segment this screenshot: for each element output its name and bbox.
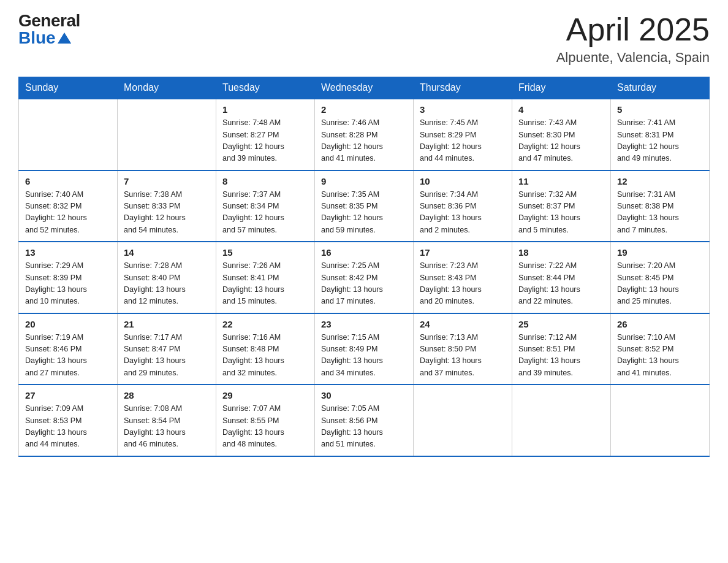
calendar-cell: 22Sunrise: 7:16 AM Sunset: 8:48 PM Dayli… (216, 313, 315, 385)
day-number: 22 (222, 319, 308, 329)
calendar-cell (118, 99, 216, 170)
day-number: 26 (617, 319, 703, 329)
day-number: 14 (124, 247, 210, 258)
logo: General Blue (18, 12, 80, 47)
day-info: Sunrise: 7:05 AM Sunset: 8:56 PM Dayligh… (321, 403, 407, 451)
calendar-cell: 1Sunrise: 7:48 AM Sunset: 8:27 PM Daylig… (216, 99, 315, 170)
calendar-cell: 5Sunrise: 7:41 AM Sunset: 8:31 PM Daylig… (611, 99, 710, 170)
day-info: Sunrise: 7:38 AM Sunset: 8:33 PM Dayligh… (124, 189, 210, 237)
day-info: Sunrise: 7:46 AM Sunset: 8:28 PM Dayligh… (321, 117, 407, 165)
day-number: 25 (518, 319, 604, 329)
day-info: Sunrise: 7:26 AM Sunset: 8:41 PM Dayligh… (222, 260, 308, 308)
calendar-cell: 11Sunrise: 7:32 AM Sunset: 8:37 PM Dayli… (512, 170, 611, 242)
day-info: Sunrise: 7:17 AM Sunset: 8:47 PM Dayligh… (124, 332, 210, 380)
day-info: Sunrise: 7:20 AM Sunset: 8:45 PM Dayligh… (617, 260, 703, 308)
day-number: 16 (321, 247, 407, 258)
day-info: Sunrise: 7:25 AM Sunset: 8:42 PM Dayligh… (321, 260, 407, 308)
day-number: 11 (518, 176, 604, 186)
day-info: Sunrise: 7:41 AM Sunset: 8:31 PM Dayligh… (617, 117, 703, 165)
day-number: 7 (124, 176, 210, 186)
day-number: 20 (25, 319, 111, 329)
day-number: 30 (321, 390, 407, 400)
day-number: 18 (518, 247, 604, 258)
calendar-cell: 18Sunrise: 7:22 AM Sunset: 8:44 PM Dayli… (512, 242, 611, 313)
day-info: Sunrise: 7:32 AM Sunset: 8:37 PM Dayligh… (518, 189, 604, 237)
day-number: 5 (617, 104, 703, 115)
day-info: Sunrise: 7:23 AM Sunset: 8:43 PM Dayligh… (420, 260, 506, 308)
title-block: April 2025 Alpuente, Valencia, Spain (556, 12, 710, 66)
day-info: Sunrise: 7:09 AM Sunset: 8:53 PM Dayligh… (25, 403, 111, 451)
day-number: 27 (25, 390, 111, 400)
day-number: 9 (321, 176, 407, 186)
day-info: Sunrise: 7:07 AM Sunset: 8:55 PM Dayligh… (222, 403, 308, 451)
calendar-cell: 14Sunrise: 7:28 AM Sunset: 8:40 PM Dayli… (118, 242, 216, 313)
day-info: Sunrise: 7:12 AM Sunset: 8:51 PM Dayligh… (518, 332, 604, 380)
calendar-cell: 6Sunrise: 7:40 AM Sunset: 8:32 PM Daylig… (19, 170, 118, 242)
day-number: 19 (617, 247, 703, 258)
calendar-cell: 17Sunrise: 7:23 AM Sunset: 8:43 PM Dayli… (414, 242, 512, 313)
calendar-cell: 9Sunrise: 7:35 AM Sunset: 8:35 PM Daylig… (315, 170, 414, 242)
weekday-header-saturday: Saturday (611, 77, 710, 99)
calendar-cell (19, 99, 118, 170)
day-info: Sunrise: 7:08 AM Sunset: 8:54 PM Dayligh… (124, 403, 210, 451)
calendar-cell: 10Sunrise: 7:34 AM Sunset: 8:36 PM Dayli… (414, 170, 512, 242)
calendar-cell: 12Sunrise: 7:31 AM Sunset: 8:38 PM Dayli… (611, 170, 710, 242)
weekday-header-monday: Monday (118, 77, 216, 99)
calendar-cell: 21Sunrise: 7:17 AM Sunset: 8:47 PM Dayli… (118, 313, 216, 385)
calendar-week-4: 20Sunrise: 7:19 AM Sunset: 8:46 PM Dayli… (19, 313, 710, 385)
calendar-cell: 20Sunrise: 7:19 AM Sunset: 8:46 PM Dayli… (19, 313, 118, 385)
day-info: Sunrise: 7:16 AM Sunset: 8:48 PM Dayligh… (222, 332, 308, 380)
calendar-cell: 25Sunrise: 7:12 AM Sunset: 8:51 PM Dayli… (512, 313, 611, 385)
calendar-week-2: 6Sunrise: 7:40 AM Sunset: 8:32 PM Daylig… (19, 170, 710, 242)
weekday-header-sunday: Sunday (19, 77, 118, 99)
day-number: 8 (222, 176, 308, 186)
day-number: 6 (25, 176, 111, 186)
calendar-cell: 19Sunrise: 7:20 AM Sunset: 8:45 PM Dayli… (611, 242, 710, 313)
calendar-cell: 15Sunrise: 7:26 AM Sunset: 8:41 PM Dayli… (216, 242, 315, 313)
day-number: 1 (222, 104, 308, 115)
day-info: Sunrise: 7:28 AM Sunset: 8:40 PM Dayligh… (124, 260, 210, 308)
calendar-location: Alpuente, Valencia, Spain (556, 50, 710, 66)
day-number: 3 (420, 104, 506, 115)
day-number: 4 (518, 104, 604, 115)
calendar-cell: 30Sunrise: 7:05 AM Sunset: 8:56 PM Dayli… (315, 385, 414, 456)
calendar-cell (611, 385, 710, 456)
calendar-cell: 3Sunrise: 7:45 AM Sunset: 8:29 PM Daylig… (414, 99, 512, 170)
day-info: Sunrise: 7:15 AM Sunset: 8:49 PM Dayligh… (321, 332, 407, 380)
calendar-cell: 23Sunrise: 7:15 AM Sunset: 8:49 PM Dayli… (315, 313, 414, 385)
weekday-header-row: SundayMondayTuesdayWednesdayThursdayFrid… (19, 77, 710, 99)
day-number: 12 (617, 176, 703, 186)
calendar-cell: 24Sunrise: 7:13 AM Sunset: 8:50 PM Dayli… (414, 313, 512, 385)
day-info: Sunrise: 7:29 AM Sunset: 8:39 PM Dayligh… (25, 260, 111, 308)
day-number: 2 (321, 104, 407, 115)
calendar-week-3: 13Sunrise: 7:29 AM Sunset: 8:39 PM Dayli… (19, 242, 710, 313)
calendar-cell: 4Sunrise: 7:43 AM Sunset: 8:30 PM Daylig… (512, 99, 611, 170)
day-info: Sunrise: 7:40 AM Sunset: 8:32 PM Dayligh… (25, 189, 111, 237)
weekday-header-tuesday: Tuesday (216, 77, 315, 99)
day-number: 28 (124, 390, 210, 400)
day-info: Sunrise: 7:45 AM Sunset: 8:29 PM Dayligh… (420, 117, 506, 165)
day-number: 23 (321, 319, 407, 329)
day-number: 15 (222, 247, 308, 258)
day-info: Sunrise: 7:19 AM Sunset: 8:46 PM Dayligh… (25, 332, 111, 380)
day-info: Sunrise: 7:34 AM Sunset: 8:36 PM Dayligh… (420, 189, 506, 237)
weekday-header-thursday: Thursday (414, 77, 512, 99)
calendar-cell: 27Sunrise: 7:09 AM Sunset: 8:53 PM Dayli… (19, 385, 118, 456)
day-info: Sunrise: 7:13 AM Sunset: 8:50 PM Dayligh… (420, 332, 506, 380)
logo-icon (58, 33, 71, 44)
calendar-cell: 8Sunrise: 7:37 AM Sunset: 8:34 PM Daylig… (216, 170, 315, 242)
day-number: 29 (222, 390, 308, 400)
day-info: Sunrise: 7:48 AM Sunset: 8:27 PM Dayligh… (222, 117, 308, 165)
day-number: 24 (420, 319, 506, 329)
calendar-cell: 13Sunrise: 7:29 AM Sunset: 8:39 PM Dayli… (19, 242, 118, 313)
weekday-header-wednesday: Wednesday (315, 77, 414, 99)
day-info: Sunrise: 7:10 AM Sunset: 8:52 PM Dayligh… (617, 332, 703, 380)
day-number: 17 (420, 247, 506, 258)
page-header: General Blue April 2025 Alpuente, Valenc… (18, 12, 710, 66)
calendar-cell: 28Sunrise: 7:08 AM Sunset: 8:54 PM Dayli… (118, 385, 216, 456)
calendar-cell: 26Sunrise: 7:10 AM Sunset: 8:52 PM Dayli… (611, 313, 710, 385)
calendar-cell: 16Sunrise: 7:25 AM Sunset: 8:42 PM Dayli… (315, 242, 414, 313)
day-info: Sunrise: 7:31 AM Sunset: 8:38 PM Dayligh… (617, 189, 703, 237)
calendar-table: SundayMondayTuesdayWednesdayThursdayFrid… (18, 77, 710, 457)
calendar-title: April 2025 (556, 12, 710, 47)
